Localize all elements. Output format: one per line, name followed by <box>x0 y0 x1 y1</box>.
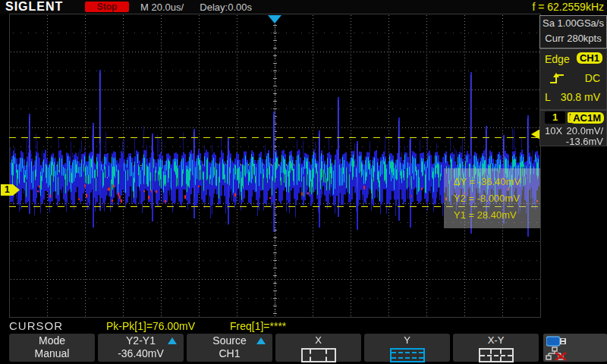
freq-measurement: Freq[1]=**** <box>230 320 286 332</box>
trigger-source-badge: CH1 <box>577 52 602 64</box>
trigger-type: Edge <box>545 53 570 65</box>
softkey-mode[interactable]: Mode Manual <box>9 334 95 362</box>
xy-cursor-icon <box>479 348 514 362</box>
y-cursor-icon <box>390 348 425 362</box>
io-status-panel <box>543 334 607 362</box>
softkey-source[interactable]: Source CH1 <box>187 334 272 362</box>
softkey-cursor-y[interactable]: Y <box>364 334 450 362</box>
channel-number-chip: 1 <box>545 111 565 124</box>
softkey-y2y1[interactable]: Y2-Y1 -36.40mV <box>98 334 184 362</box>
active-menu-title: CURSOR <box>9 319 63 332</box>
timebase-readout: M 20.0us/ Delay:0.00s <box>140 2 252 13</box>
run-stop-status[interactable]: Stop <box>85 2 129 12</box>
acquisition-info-box: Sa 1.00GSa/s Curr 280kpts <box>539 15 607 49</box>
trigger-level-value: 30.8 mV <box>561 91 600 103</box>
trigger-info-box: Edge CH1 DC L 30.8 mV <box>539 49 607 110</box>
softkey-cursor-x[interactable]: X <box>275 334 361 362</box>
lan-disconnected-icon <box>546 347 570 361</box>
brand-logo: SIGLENT <box>5 0 63 14</box>
timebase-value: M 20.0us/ <box>140 2 184 13</box>
cursor-y2: Y2 = -8.000mV <box>454 190 540 207</box>
oscilloscope-screen: SIGLENT Stop M 20.0us/ Delay:0.00s f = 6… <box>0 0 607 364</box>
vertical-offset: -13.6mV <box>566 136 603 147</box>
measurement-row: CURSOR Pk-Pk[1]=76.00mV Freq[1]=**** <box>0 317 607 334</box>
channel-coupling-badge: AC1M <box>570 112 604 124</box>
channel1-info-box[interactable]: 1 B AC1M 10X 20.0mV/ -13.6mV <box>539 110 607 146</box>
chevron-up-icon <box>256 337 266 344</box>
cursor-delta-y: ΔY = -36.40mV <box>454 174 540 190</box>
probe-attenuation: 10X <box>545 125 562 136</box>
vertical-scale: 20.0mV/ <box>567 125 603 136</box>
top-status-bar: SIGLENT Stop M 20.0us/ Delay:0.00s f = 6… <box>0 0 607 14</box>
cursor-y1: Y1 = 28.40mV <box>454 207 540 224</box>
delay-value: Delay:0.00s <box>200 2 252 13</box>
chevron-up-icon <box>168 337 177 344</box>
frequency-counter: f = 62.2559kHz <box>532 1 604 13</box>
softkey-menu: Mode Manual Y2-Y1 -36.40mV Source CH1 X … <box>0 334 607 364</box>
cursor-readout-box: ΔY = -36.40mV Y2 = -8.000mV Y1 = 28.40mV <box>444 168 540 228</box>
rising-edge-icon <box>549 71 566 85</box>
x-cursor-icon <box>301 348 336 362</box>
trigger-position-marker[interactable] <box>268 15 281 24</box>
pkpk-measurement: Pk-Pk[1]=76.00mV <box>106 320 195 332</box>
trigger-level-label: L <box>545 91 551 103</box>
softkey-cursor-xy[interactable]: X-Y <box>453 334 539 362</box>
sample-rate: Sa 1.00GSa/s <box>540 16 606 31</box>
memory-depth: Curr 280kpts <box>540 31 606 46</box>
trigger-coupling: DC <box>585 72 600 84</box>
usb-host-icon <box>546 336 568 347</box>
